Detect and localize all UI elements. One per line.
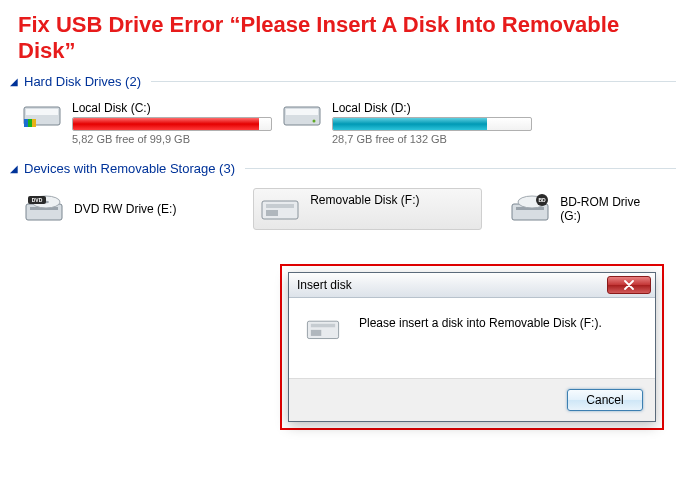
svg-point-8 — [313, 120, 316, 123]
bd-rom-drive-icon: BD — [510, 194, 550, 224]
svg-rect-16 — [266, 204, 294, 208]
svg-rect-1 — [26, 109, 58, 115]
drive-free-space: 28,7 GB free of 132 GB — [332, 133, 532, 145]
drive-label: Local Disk (C:) — [72, 101, 272, 115]
dialog-highlight-frame: Insert disk Please insert a disk into Re… — [280, 264, 664, 430]
drive-label: BD-ROM Drive (G:) — [560, 195, 662, 223]
drive-free-space: 5,82 GB free of 99,9 GB — [72, 133, 272, 145]
drive-local-c[interactable]: Local Disk (C:) 5,82 GB free of 99,9 GB — [16, 97, 256, 149]
section-label: Devices with Removable Storage (3) — [24, 161, 235, 176]
dialog-titlebar[interactable]: Insert disk — [289, 273, 655, 298]
dvd-drive-icon: DVD — [24, 194, 64, 224]
svg-rect-4 — [28, 119, 32, 127]
drive-label: Local Disk (D:) — [332, 101, 532, 115]
section-label: Hard Disk Drives (2) — [24, 74, 141, 89]
svg-rect-25 — [311, 330, 321, 336]
collapse-icon: ◢ — [10, 76, 18, 87]
svg-rect-5 — [32, 119, 36, 127]
drive-removable-f[interactable]: Removable Disk (F:) — [253, 188, 482, 230]
drive-dvd-rw[interactable]: DVD DVD RW Drive (E:) — [16, 188, 233, 230]
divider — [151, 81, 676, 82]
usage-bar-fill — [333, 118, 487, 130]
svg-text:BD: BD — [539, 197, 547, 203]
svg-rect-3 — [24, 119, 28, 127]
close-icon — [623, 280, 635, 290]
close-button[interactable] — [607, 276, 651, 294]
usage-bar — [332, 117, 532, 131]
dialog-message: Please insert a disk into Removable Disk… — [359, 314, 602, 366]
usage-bar — [72, 117, 272, 131]
divider — [245, 168, 676, 169]
insert-disk-dialog: Insert disk Please insert a disk into Re… — [288, 272, 656, 422]
drive-bd-rom[interactable]: BD BD-ROM Drive (G:) — [502, 188, 670, 230]
svg-text:DVD: DVD — [32, 197, 43, 203]
drive-local-d[interactable]: Local Disk (D:) 28,7 GB free of 132 GB — [276, 97, 516, 149]
section-hard-disk-drives[interactable]: ◢ Hard Disk Drives (2) — [0, 72, 686, 91]
collapse-icon: ◢ — [10, 163, 18, 174]
svg-rect-7 — [286, 109, 318, 115]
hard-drive-icon — [22, 101, 62, 131]
removable-drive-icon — [305, 316, 341, 342]
section-removable-storage[interactable]: ◢ Devices with Removable Storage (3) — [0, 159, 686, 178]
drive-label: Removable Disk (F:) — [310, 193, 419, 207]
hard-drive-icon — [282, 101, 322, 131]
removable-drive-icon — [260, 193, 300, 223]
dialog-title-text: Insert disk — [297, 278, 352, 292]
drive-label: DVD RW Drive (E:) — [74, 202, 176, 216]
svg-rect-24 — [311, 324, 335, 327]
cancel-button[interactable]: Cancel — [567, 389, 643, 411]
svg-rect-17 — [266, 210, 278, 216]
usage-bar-fill — [73, 118, 259, 130]
page-title: Fix USB Drive Error “Please Insert A Dis… — [0, 0, 686, 72]
